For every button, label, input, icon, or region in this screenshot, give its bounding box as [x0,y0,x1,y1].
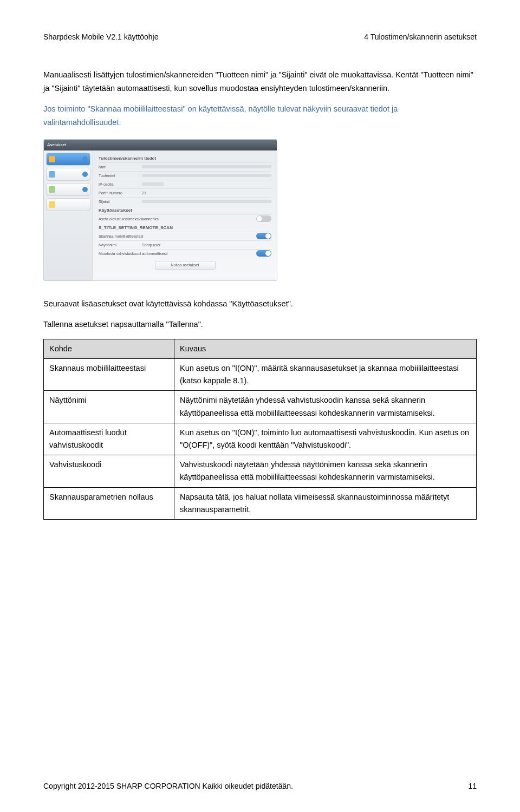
table-cell: Vahvistuskoodi näytetään yhdessä näyttön… [174,455,477,487]
table-row: Näyttönimi Näyttönimi näytetään yhdessä … [44,391,477,423]
settings-screenshot: Asetukset Tulostimen/skannerin tiedot Ni… [43,139,277,281]
settings-table: Kohde Kuvaus Skannaus mobiililaitteestas… [43,339,477,520]
row-label: IP-osoite [99,182,142,186]
section-head: S_TITLE_SETTING_REMOTE_SCAN [99,225,271,230]
reset-button: Nollaa asetukset [155,261,216,270]
paragraph-2: Jos toiminto "Skannaa mobiililaitteestas… [43,102,477,129]
screenshot-main: Tulostimen/skannerin tiedot Nimi Tuoteni… [93,150,277,280]
row-label: Aseta oletustulostimeksi/skanneriksi [99,217,256,221]
screenshot-titlebar: Asetukset [44,140,277,150]
paragraph-4: Tallenna asetukset napsauttamalla "Talle… [43,318,477,331]
sidebar-item [46,153,90,166]
table-cell: Näyttönimi näytetään yhdessä vahvistusko… [174,391,477,423]
page-header: Sharpdesk Mobile V2.1 käyttöohje 4 Tulos… [43,32,477,41]
table-row: Automaattisesti luodut vahvistuskoodit K… [44,423,477,455]
toggle-icon [256,215,271,222]
row-label: Näyttönimi [99,243,142,247]
section-head: Käyttöasetukset [99,208,271,213]
table-cell: Näyttönimi [44,391,174,423]
table-row: Vahvistuskoodi Vahvistuskoodi näytetään … [44,455,477,487]
paragraph-1: Manuaalisesti lisättyjen tulostimien/ska… [43,68,477,95]
toggle-icon [256,233,271,239]
table-header: Kohde [44,339,174,358]
page-footer: Copyright 2012-2015 SHARP CORPORATION Ka… [43,782,477,790]
row-label: Muodosta vahvistuskoodi automaattisesti [99,252,256,256]
table-header: Kuvaus [174,339,477,358]
sidebar-item [46,198,90,211]
footer-copyright: Copyright 2012-2015 SHARP CORPORATION Ka… [43,782,293,790]
table-header-row: Kohde Kuvaus [44,339,477,358]
table-cell: Automaattisesti luodut vahvistuskoodit [44,423,174,455]
header-left: Sharpdesk Mobile V2.1 käyttöohje [43,32,158,41]
row-value: Sharp user [142,243,160,247]
table-cell: Kun asetus on "I(ON)", toiminto luo auto… [174,423,477,455]
toggle-icon [256,250,271,257]
row-value: 21 [142,191,146,195]
row-label: Sijainti [99,200,142,204]
table-cell: Kun asetus on "I(ON)", määritä skannausa… [174,359,477,391]
row-label: Portin numero [99,191,142,195]
footer-page-number: 11 [468,782,477,790]
row-label: Skannaa mobiililaitteestasi [99,234,256,238]
table-cell: Skannaus mobiililaitteestasi [44,359,174,391]
table-cell: Vahvistuskoodi [44,455,174,487]
row-label: Nimi [99,165,142,169]
table-cell: Skannausparametrien nollaus [44,487,174,519]
sidebar-item [46,168,90,181]
table-cell: Napsauta tätä, jos haluat nollata viimei… [174,487,477,519]
paragraph-3: Seuraavat lisäasetukset ovat käytettävis… [43,297,477,311]
header-right: 4 Tulostimen/skannerin asetukset [364,32,477,41]
sidebar-item [46,183,90,196]
screenshot-sidebar [44,150,93,280]
table-row: Skannaus mobiililaitteestasi Kun asetus … [44,359,477,391]
section-head: Tulostimen/skannerin tiedot [99,156,271,161]
row-label: Tuotenimi [99,174,142,178]
screenshot-title: Asetukset [47,142,66,147]
table-row: Skannausparametrien nollaus Napsauta tät… [44,487,477,519]
